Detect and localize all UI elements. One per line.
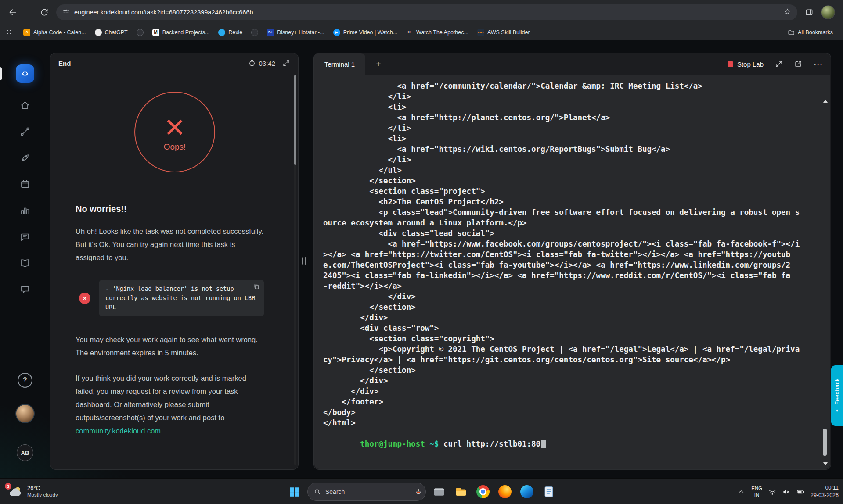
bookmark-item[interactable]: D+ Disney+ Hotstar -... [263,27,328,38]
bookmark-item[interactable] [247,27,262,38]
search-icon [314,488,321,495]
more-options-icon[interactable]: ⋯ [814,60,823,69]
scrollbar-thumb[interactable] [823,429,827,456]
terminal-cursor [541,440,546,448]
disney-hotstar-favicon: D+ [267,29,274,36]
calendar-icon [20,179,30,189]
prompt-user: thor@jump-host [360,440,425,448]
scroll-up-icon[interactable] [823,100,828,103]
sidebar-item-logo[interactable] [0,64,50,83]
bookmark-label: AWS Skill Builder [487,29,530,36]
sidebar-item-chat[interactable] [0,284,50,295]
hianime-favicon: H! [406,29,413,36]
check-again-message: You may check your work again to see wha… [76,333,266,359]
terminal-panel: Terminal 1 + Stop Lab ⋯ <a href="/commun… [313,53,831,470]
task-panel-scrollbar[interactable] [294,75,296,465]
expand-icon[interactable] [775,60,783,68]
wifi-icon[interactable] [768,488,776,496]
apps-grid-icon[interactable] [6,29,13,36]
bookmark-item[interactable]: H! Watch The Apothec... [402,27,472,38]
sidebar-item-playgrounds[interactable] [0,153,50,163]
date: 29-03-2026 [811,492,839,499]
sidebar-item-help[interactable]: ? [0,373,50,388]
sidebar-item-home[interactable] [0,100,50,111]
folder-icon [454,485,468,498]
refresh-icon[interactable] [37,5,52,20]
time: 00:11 [811,484,839,492]
all-bookmarks-button[interactable]: All Bookmarks [784,27,837,38]
error-circle-icon: × [79,293,90,304]
review-message: If you think you did your work correctly… [76,372,266,437]
task-panel-body: × Oops! No worries!! Uh oh! Looks like t… [50,92,298,437]
chrome-button[interactable] [474,482,492,501]
url-text[interactable]: engineer.kodekloud.com/task?id=680772323… [74,9,253,16]
error-detail-box: - 'Nginx load balancer' is not setup cor… [99,280,264,316]
sidebar-item-reviews[interactable] [0,232,50,242]
bookmark-label: Prime Video | Watch... [343,29,397,36]
terminal-scrollbar[interactable] [822,100,829,465]
sidebar-item-schedule[interactable] [0,179,50,189]
stop-lab-button[interactable]: Stop Lab [728,61,764,68]
expand-icon[interactable] [282,59,290,67]
weather-condition: Mostly cloudy [27,492,58,498]
app-sidebar: ? AB [0,40,50,478]
notepad-icon [542,485,555,498]
weather-widget[interactable]: 3 26°C Mostly cloudy [4,479,61,504]
sidebar-item-paths[interactable] [0,126,50,137]
community-link[interactable]: community.kodekloud.com [76,427,161,435]
sidebar-item-profile[interactable] [0,404,50,423]
battery-icon[interactable] [796,488,804,496]
bookmark-item[interactable]: 3 Alpha Code - Calen... [19,27,90,38]
terminal-output: <a href="/community/calendar/">Calendar … [314,75,830,428]
bookmark-item[interactable]: ChatGPT [91,27,132,38]
back-icon[interactable] [5,5,20,20]
folder-icon [788,29,795,36]
bookmark-item[interactable] [133,27,148,38]
book-icon [20,258,30,268]
edge-button[interactable] [518,482,536,501]
sidebar-item-leaderboard[interactable] [0,205,50,216]
bookmark-item[interactable]: M Backend Projects... [148,27,214,38]
temperature: 26°C [27,485,58,492]
terminal-prompt[interactable]: thor@jump-host~$curl http://stlb01:80 [314,428,830,460]
taskbar-search[interactable]: Search [307,483,426,501]
copy-icon[interactable] [253,283,261,291]
clock[interactable]: 00:11 29-03-2026 [811,484,839,499]
tab-terminal-1[interactable]: Terminal 1 [314,53,365,75]
new-terminal-button[interactable]: + [372,58,385,70]
home-icon [20,100,30,111]
telegram-favicon [218,29,225,36]
result-heading: No worries!! [76,204,264,214]
language-indicator[interactable]: ENG IN [751,485,762,498]
firefox-button[interactable] [496,482,514,501]
start-button[interactable] [285,482,303,501]
browser-toolbar: engineer.kodekloud.com/task?id=680772323… [0,0,843,25]
feedback-tab[interactable]: Feedback ✦ [831,365,843,426]
end-button[interactable]: End [58,60,71,67]
notepad-button[interactable] [540,482,558,501]
scroll-down-icon[interactable] [823,462,828,465]
bookmark-item[interactable]: Rexie [214,27,246,38]
address-bar[interactable]: engineer.kodekloud.com/task?id=680772323… [56,4,797,20]
scrollbar-thumb[interactable] [294,75,296,165]
sidebar-item-account[interactable]: AB [0,444,50,461]
site-settings-icon[interactable] [62,8,70,17]
bookmark-star-icon[interactable] [784,8,791,17]
all-bookmarks-label: All Bookmarks [798,29,833,36]
prime-video-favicon: ▶ [333,29,340,36]
sidebar-item-docs[interactable] [0,258,50,268]
panel-resize-handle[interactable] [302,257,306,265]
side-panel-icon[interactable] [802,5,817,20]
volume-mute-icon[interactable] [782,488,790,496]
terminal-screen[interactable]: <a href="/community/calendar/">Calendar … [314,75,830,469]
ranking-icon [20,205,30,216]
browser-profile-avatar[interactable] [821,5,835,19]
error-detail-text: - 'Nginx load balancer' is not setup cor… [105,285,255,311]
bookmark-item[interactable]: ▶ Prime Video | Watch... [329,27,401,38]
file-explorer-button[interactable] [452,482,470,501]
kodekloud-logo-icon [16,64,34,83]
bookmark-item[interactable]: aws AWS Skill Builder [473,27,534,38]
open-external-icon[interactable] [794,60,802,68]
tray-chevron-icon[interactable] [737,488,745,496]
task-view-button[interactable] [430,482,448,501]
